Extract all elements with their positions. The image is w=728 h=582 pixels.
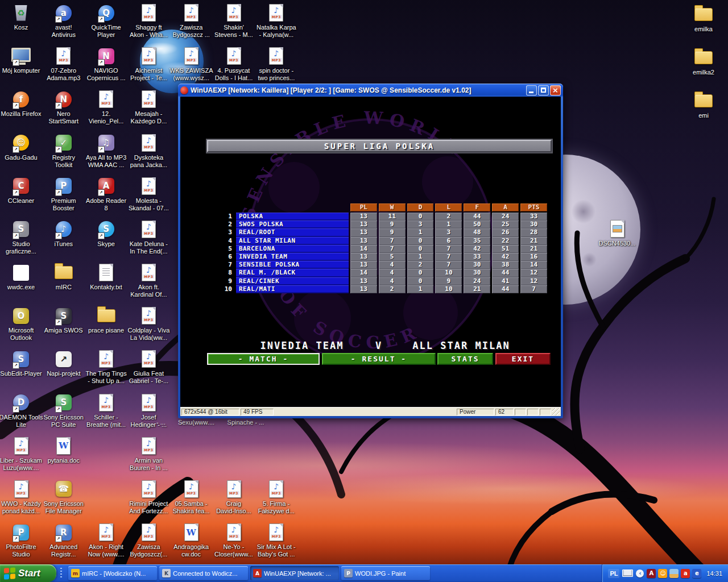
stat-cell: 0 bbox=[407, 245, 434, 253]
stats-cells: 14707425121 bbox=[350, 245, 547, 253]
stat-cell: 2 bbox=[435, 213, 462, 221]
stats-button[interactable]: STATS bbox=[437, 353, 493, 365]
stat-cell: 38 bbox=[492, 261, 519, 269]
picture-tray-icon[interactable] bbox=[669, 569, 679, 578]
resize-grip[interactable] bbox=[552, 408, 560, 415]
mirc-task-icon: m bbox=[71, 569, 80, 577]
league-row-5[interactable]: 5BARCELONA14707425121 bbox=[218, 245, 547, 253]
language-indicator[interactable]: PL bbox=[608, 569, 619, 578]
desktop: ♻Kosz↗Mój komputerf↗Mozilla Firefox☺↗Gad… bbox=[0, 0, 728, 582]
team-name-cell: INVEDIA TEAM bbox=[236, 253, 349, 261]
minimize-button[interactable] bbox=[526, 85, 537, 95]
stat-cell: 16 bbox=[520, 253, 547, 261]
collapse-tray-icon[interactable]: ‹ bbox=[636, 569, 644, 577]
stat-cell: 7 bbox=[435, 261, 462, 269]
taskbar-task-2[interactable]: KConnected to Wodicz... bbox=[159, 566, 248, 580]
league-row-3[interactable]: 3REAL/ROOT13913482628 bbox=[218, 228, 547, 236]
exit-button[interactable]: EXIT bbox=[495, 353, 551, 365]
fixture-away-team: ALL STAR MILAN bbox=[412, 340, 510, 351]
column-header-w: W bbox=[379, 203, 406, 211]
position-cell: 10 bbox=[218, 285, 233, 293]
partial-icon-label: - ... bbox=[156, 419, 166, 426]
team-name-cell: ALL STAR MILAN bbox=[236, 237, 349, 245]
column-header-f: F bbox=[464, 203, 490, 211]
stat-cell: 42 bbox=[464, 245, 490, 253]
partial-icon-label: Sexu(www.... bbox=[178, 419, 214, 426]
start-label: Start bbox=[18, 568, 40, 579]
column-header-l: L bbox=[435, 203, 462, 211]
stat-cell: 21 bbox=[520, 237, 547, 245]
game-screen: SENSIBLE WORLD OF SOCCER SUPER LIGA POLS… bbox=[180, 97, 561, 407]
league-table: PLWDLFAPTS 1POLSKA1311024424332SWOS POLS… bbox=[218, 203, 547, 293]
stat-cell: 0 bbox=[407, 269, 434, 277]
position-cell: 7 bbox=[218, 261, 233, 269]
team-name-cell: REAL/ROOT bbox=[236, 228, 349, 236]
stat-cell: 1 bbox=[407, 285, 434, 293]
stat-cell: 2 bbox=[407, 261, 434, 269]
position-cell: 9 bbox=[218, 277, 233, 285]
web-tray-icon[interactable]: e bbox=[692, 569, 701, 578]
stat-cell: 13 bbox=[350, 228, 377, 236]
keyboard-icon[interactable] bbox=[622, 569, 633, 577]
stat-cell: 51 bbox=[492, 245, 519, 253]
maximize-button[interactable] bbox=[538, 85, 549, 95]
stat-cell: 1 bbox=[407, 253, 434, 261]
result-button[interactable]: - RESULT - bbox=[322, 353, 436, 365]
stat-cell: 28 bbox=[520, 228, 547, 236]
stat-cell: 4 bbox=[379, 269, 406, 277]
task-label: WinUAEXP [Network: ... bbox=[264, 570, 331, 577]
column-header-d: D bbox=[407, 203, 434, 211]
taskbar-task-3[interactable]: AWinUAEXP [Network: ... bbox=[250, 566, 339, 580]
fixture-versus: V bbox=[375, 340, 382, 351]
stat-cell: 4 bbox=[379, 261, 406, 269]
stat-cell: 1 bbox=[407, 228, 434, 236]
stat-cell: 21 bbox=[464, 285, 490, 293]
stats-cells: 13913482628 bbox=[350, 228, 547, 236]
stat-cell: 4 bbox=[379, 277, 406, 285]
stat-cell: 41 bbox=[492, 277, 519, 285]
league-row-9[interactable]: 9REAL/CINEK13409244112 bbox=[218, 277, 547, 285]
team-name-cell: POLSKA bbox=[236, 213, 349, 221]
stat-cell: 13 bbox=[350, 237, 377, 245]
window-titlebar[interactable]: WinUAEXP [Network: Kaillera] [Player 2/2… bbox=[178, 84, 563, 97]
league-row-2[interactable]: 2SWOS POLSKA13931502530 bbox=[218, 221, 547, 228]
stat-cell: 9 bbox=[379, 228, 406, 236]
taskbar: Start mmIRC - [Wodiczko (N...KConnected … bbox=[0, 564, 728, 582]
stat-cell: 24 bbox=[464, 277, 490, 285]
league-row-1[interactable]: 1POLSKA131102442433 bbox=[218, 213, 547, 221]
position-cell: 2 bbox=[218, 221, 233, 228]
stat-cell: 13 bbox=[350, 213, 377, 221]
close-button[interactable]: × bbox=[550, 85, 561, 95]
league-row-8[interactable]: 8REAL M. /BLACK144010304412 bbox=[218, 269, 547, 277]
team-name-cell: BARCELONA bbox=[236, 245, 349, 253]
stat-cell: 33 bbox=[520, 213, 547, 221]
position-cell: 6 bbox=[218, 253, 233, 261]
taskbar-task-4[interactable]: PWODI.JPG - Paint bbox=[341, 566, 430, 580]
stat-cell: 26 bbox=[492, 228, 519, 236]
stat-cell: 24 bbox=[492, 213, 519, 221]
taskbar-task-1[interactable]: mmIRC - [Wodiczko (N... bbox=[68, 566, 157, 580]
avast-tray-icon[interactable]: a bbox=[681, 569, 690, 578]
stat-cell: 3 bbox=[407, 221, 434, 228]
league-row-7[interactable]: 7SENSIBLE POLSKA13427303814 bbox=[218, 261, 547, 269]
winuae-tray-icon[interactable]: A bbox=[647, 569, 656, 578]
task-label: WODI.JPG - Paint bbox=[355, 570, 406, 577]
match-button[interactable]: - MATCH - bbox=[207, 353, 320, 365]
partial-icon-label: Spinache - ... bbox=[228, 419, 264, 426]
stats-cells: 13706352221 bbox=[350, 237, 547, 245]
stats-cells: 13409244112 bbox=[350, 277, 547, 285]
stat-cell: 11 bbox=[379, 213, 406, 221]
stat-cell: 7 bbox=[379, 245, 406, 253]
window-statusbar: 672x544 @ 16bit 49 FPS Power 62 bbox=[180, 407, 561, 416]
league-title-banner: SUPER LIGA POLSKA bbox=[207, 140, 552, 152]
league-row-6[interactable]: 6INVEDIA TEAM13517334216 bbox=[218, 253, 547, 261]
league-row-4[interactable]: 4ALL STAR MILAN13706352221 bbox=[218, 237, 547, 245]
winuae-app-icon bbox=[180, 86, 188, 94]
start-button[interactable]: Start bbox=[0, 564, 56, 582]
stat-cell: 30 bbox=[464, 261, 490, 269]
stat-cell: 33 bbox=[464, 253, 490, 261]
power-label-cell: Power bbox=[457, 409, 494, 415]
gadu-gadu-tray-icon[interactable]: ☺ bbox=[658, 569, 667, 578]
league-row-10[interactable]: 10REAL/MATI13211021447 bbox=[218, 285, 547, 293]
stats-cells: 13517334216 bbox=[350, 253, 547, 261]
